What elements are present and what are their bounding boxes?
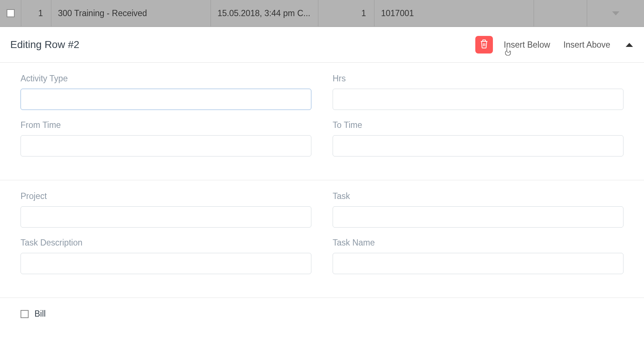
table-row: 1 300 Training - Received 15.05.2018, 3:… [0,0,644,27]
label-project: Project [21,191,311,201]
form-group-task-name: Task Name [333,238,623,274]
panel-actions: Insert Below Insert Above [475,36,633,54]
label-activity-type: Activity Type [21,74,311,84]
form-group-activity-type: Activity Type [21,74,311,110]
activity-type-input[interactable] [21,89,311,110]
form-group-project: Project [21,191,311,228]
row-blank [534,0,587,26]
row-expand-cell[interactable] [587,0,644,26]
label-hrs: Hrs [333,74,623,84]
form-group-task: Task [333,191,623,228]
task-name-input[interactable] [333,253,623,274]
label-bill: Bill [34,309,46,319]
label-task-name: Task Name [333,238,623,248]
bill-checkbox-row: Bill [21,309,623,319]
insert-above-button[interactable]: Insert Above [561,38,612,51]
task-description-input[interactable] [21,253,311,274]
collapse-icon[interactable] [626,43,633,47]
label-to-time: To Time [333,120,623,130]
form-group-task-description: Task Description [21,238,311,274]
from-time-input[interactable] [21,135,311,156]
label-from-time: From Time [21,120,311,130]
chevron-down-icon [612,11,619,15]
row-timestamp: 15.05.2018, 3:44 pm C... [211,0,318,26]
trash-icon [480,39,489,51]
row-qty: 1 [318,0,374,26]
row-checkbox[interactable] [7,9,15,17]
hrs-input[interactable] [333,89,623,110]
form-section-1: Activity Type Hrs From Time To Time [0,63,644,180]
insert-below-button[interactable]: Insert Below [502,38,553,51]
row-activity: 300 Training - Received [51,0,211,26]
delete-button[interactable] [475,36,493,54]
row-serial: 1 [21,0,51,26]
label-task: Task [333,191,623,201]
row-checkbox-cell [0,0,21,26]
row-code: 1017001 [374,0,534,26]
form-group-hrs: Hrs [333,74,623,110]
form-section-3: Bill [0,298,644,332]
edit-panel: Editing Row #2 Insert Below Insert Above [0,27,644,332]
label-task-description: Task Description [21,238,311,248]
to-time-input[interactable] [333,135,623,156]
panel-title: Editing Row #2 [10,39,79,51]
task-input[interactable] [333,206,623,228]
form-section-2: Project Task Task Description Task Name [0,180,644,298]
form-group-to-time: To Time [333,120,623,156]
panel-header: Editing Row #2 Insert Below Insert Above [0,27,644,63]
bill-checkbox[interactable] [21,310,29,318]
project-input[interactable] [21,206,311,228]
form-group-from-time: From Time [21,120,311,156]
